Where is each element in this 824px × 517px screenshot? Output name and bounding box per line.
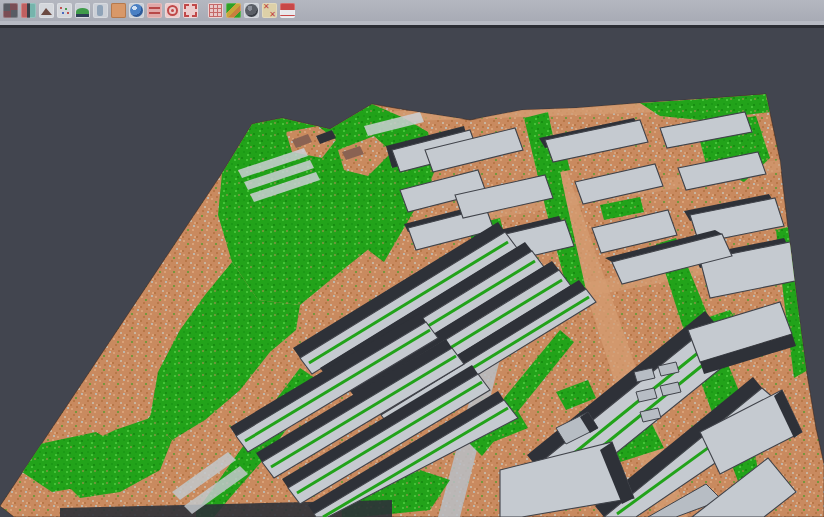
annotation-marks-icon[interactable] <box>262 3 277 18</box>
target-icon[interactable] <box>165 3 180 18</box>
mosaic-icon[interactable] <box>3 3 18 18</box>
red-list-icon[interactable] <box>147 3 162 18</box>
viewport <box>0 28 824 517</box>
red-layers-icon[interactable] <box>280 3 295 18</box>
column-icon[interactable] <box>93 3 108 18</box>
split-colors-icon[interactable] <box>21 3 36 18</box>
red-grid-icon[interactable] <box>208 3 223 18</box>
terrain-hill-icon[interactable] <box>75 3 90 18</box>
globe-icon[interactable] <box>129 3 144 18</box>
crop-brackets-icon[interactable] <box>183 3 198 18</box>
3d-viewport[interactable] <box>0 28 824 517</box>
mountain-icon[interactable] <box>39 3 54 18</box>
dark-sphere-icon[interactable] <box>244 3 259 18</box>
toolbar <box>0 0 824 21</box>
classification-map-icon[interactable] <box>226 3 241 18</box>
scatter-points-icon[interactable] <box>57 3 72 18</box>
orthophoto-icon[interactable] <box>111 3 126 18</box>
